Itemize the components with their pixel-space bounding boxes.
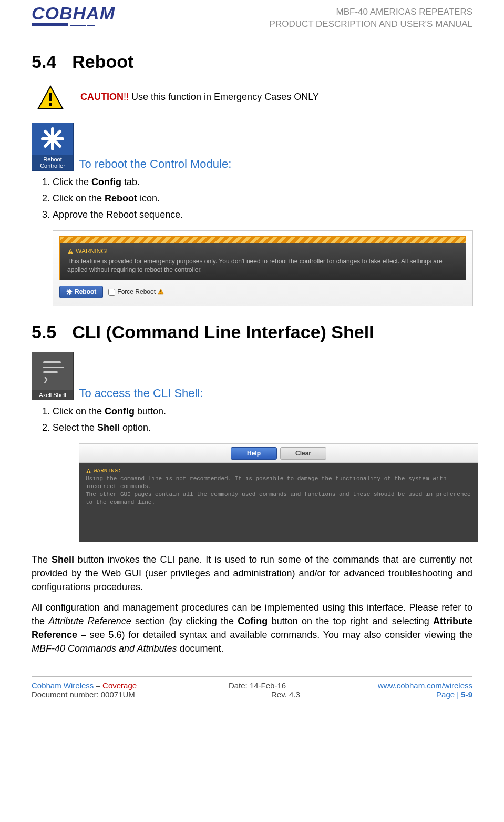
- caution-keyword: CAUTION: [80, 92, 124, 102]
- cli-body: WARNING: Using the command line is not r…: [79, 463, 478, 542]
- page-header: COBHAM MBF-40 AMERICAS REPEATERS PRODUCT…: [32, 0, 472, 31]
- page: COBHAM MBF-40 AMERICAS REPEATERS PRODUCT…: [0, 0, 504, 699]
- warning-small-icon: [67, 248, 74, 255]
- shell-paragraph-1: The Shell button invokes the CLI pane. I…: [32, 553, 472, 594]
- caution-text: CAUTION!! Use this function in Emergency…: [80, 92, 319, 103]
- shell-step-1: Click on the Config button.: [53, 404, 472, 419]
- reboot-lead-text: To reboot the Control Module:: [79, 157, 231, 170]
- shell-steps: Click on the Config button. Select the S…: [53, 404, 472, 435]
- axell-shell-icon: ❯ Axell Shell: [32, 352, 74, 400]
- section-5-4-num: 5.4: [32, 52, 56, 72]
- svg-rect-2: [49, 103, 52, 106]
- warning-small-icon: [86, 468, 91, 474]
- section-5-5-heading: 5.5CLI (Command Line Interface) Shell: [32, 322, 472, 342]
- section-5-5-num: 5.5: [32, 322, 56, 342]
- section-5-5-title: CLI (Command Line Interface) Shell: [72, 322, 374, 342]
- reboot-controller-icon: Reboot Controller: [32, 123, 74, 171]
- doc-title-block: MBF-40 AMERICAS REPEATERS PRODUCT DESCRI…: [270, 4, 472, 31]
- svg-rect-19: [88, 472, 89, 473]
- clear-button[interactable]: Clear: [280, 447, 326, 460]
- svg-rect-8: [70, 250, 70, 252]
- doc-title-line2: PRODUCT DESCRIPTION AND USER'S MANUAL: [270, 18, 472, 31]
- reboot-lead-row: Reboot Controller To reboot the Control …: [32, 123, 472, 171]
- reboot-step-2: Click on the Reboot icon.: [53, 191, 472, 206]
- reboot-screenshot: WARNING! This feature is provided for em…: [53, 230, 473, 306]
- section-5-4-title: Reboot: [72, 52, 133, 72]
- cli-screenshot: Help Clear WARNING: Using the command li…: [79, 443, 478, 542]
- shell-lead-row: ❯ Axell Shell To access the CLI Shell:: [32, 352, 472, 400]
- doc-title-line1: MBF-40 AMERICAS REPEATERS: [270, 6, 472, 18]
- shell-step-2: Select the Shell option.: [53, 421, 472, 435]
- cli-toolbar: Help Clear: [79, 444, 478, 463]
- caution-body: Use this function in Emergency Cases ONL…: [129, 92, 319, 102]
- force-reboot-checkbox[interactable]: [108, 289, 115, 296]
- warning-tiny-icon: [158, 288, 164, 296]
- page-footer: Cobham Wireless – Coverage Date: 14-Feb-…: [32, 676, 472, 699]
- brand-logo: COBHAM: [32, 4, 115, 26]
- asterisk-icon: [39, 126, 66, 152]
- footer-center-2: Rev. 4.3: [271, 690, 300, 699]
- cli-warning-line2: The other GUI pages contain all the comm…: [86, 491, 471, 506]
- hazard-stripe: [60, 237, 466, 243]
- warning-triangle-icon: [37, 85, 64, 109]
- asterisk-small-icon: [66, 289, 73, 295]
- reboot-button[interactable]: Reboot: [59, 286, 103, 298]
- help-button[interactable]: Help: [231, 447, 277, 460]
- svg-rect-15: [160, 290, 161, 292]
- shell-lead-text: To access the CLI Shell:: [79, 387, 203, 400]
- reboot-steps: Click the Config tab. Click on the Reboo…: [53, 175, 472, 222]
- reboot-warning-body: This feature is provided for emergency p…: [67, 257, 458, 275]
- svg-rect-1: [49, 93, 52, 101]
- reboot-button-row: Reboot Force Reboot: [59, 286, 466, 298]
- footer-right-2: Page | 5-9: [436, 690, 472, 699]
- footer-center-1: Date: 14-Feb-16: [229, 681, 286, 690]
- reboot-step-1: Click the Config tab.: [53, 175, 472, 189]
- shell-paragraph-2: All configuration and management procedu…: [32, 601, 472, 655]
- svg-rect-9: [70, 253, 70, 253]
- caution-exclaim: !!: [124, 92, 129, 102]
- force-reboot-checkbox-label[interactable]: Force Reboot: [108, 288, 164, 296]
- footer-left-2: Document number: 00071UM: [32, 690, 135, 699]
- footer-left-1: Cobham Wireless – Coverage: [32, 681, 137, 690]
- reboot-step-3: Approve the Reboot sequence.: [53, 208, 472, 222]
- shell-lines-icon: ❯: [41, 360, 64, 383]
- reboot-icon-caption: Reboot Controller: [32, 155, 73, 170]
- cli-warning-head: WARNING:: [86, 467, 471, 475]
- footer-link[interactable]: www.cobham.com/wireless: [378, 681, 472, 690]
- logo-underline: [32, 21, 115, 26]
- section-5-4-heading: 5.4Reboot: [32, 52, 472, 72]
- svg-rect-16: [160, 293, 161, 293]
- caution-callout: CAUTION!! Use this function in Emergency…: [32, 82, 472, 113]
- svg-rect-18: [88, 470, 89, 472]
- cli-warning-line1: Using the command line is not recommende…: [86, 475, 471, 491]
- reboot-warning-panel: WARNING! This feature is provided for em…: [60, 243, 466, 280]
- reboot-warning-head: WARNING!: [67, 247, 458, 256]
- logo-text: COBHAM: [32, 4, 115, 22]
- shell-icon-caption: Axell Shell: [32, 390, 73, 400]
